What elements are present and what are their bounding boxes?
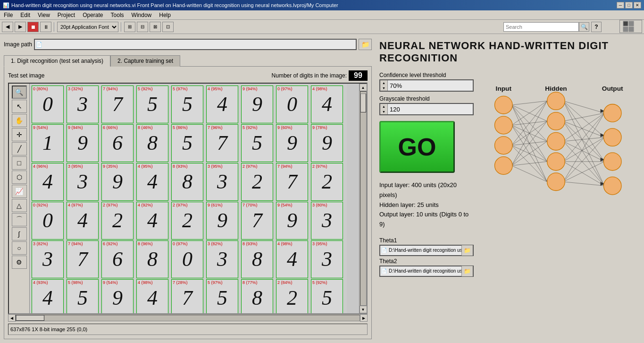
digit-cell: 7 (96%)7 [206,124,238,162]
search-button[interactable]: 🔍 [579,22,589,32]
scroll-up-arrow[interactable]: ▲ [360,84,367,91]
menu-edit[interactable]: Edit [18,11,32,19]
svg-point-55 [547,92,565,110]
svg-line-38 [563,141,604,186]
scroll-thumb[interactable] [360,94,366,112]
svg-point-58 [547,153,565,171]
tab-digit-recognition[interactable]: 1. Digit recognition (test set analysis) [4,55,110,67]
menu-project[interactable]: Project [56,11,77,19]
grayscale-spinner[interactable]: ▲ ▼ [380,104,388,114]
vertical-scrollbar[interactable]: ▲ ▼ [359,84,367,313]
help-button[interactable]: ? [591,22,602,32]
arc-tool[interactable]: ⌒ [12,213,27,226]
digit-cell: 9 (78%)9 [311,124,343,162]
digit-cell: 3 (95%)3 [67,163,99,201]
digit-char: 0 [182,249,192,270]
digit-char: 9 [287,133,297,154]
titlebar-left: 📊 Hand-written digit recognition using n… [3,2,338,9]
svg-line-28 [563,101,604,137]
menu-tools[interactable]: Tools [109,11,126,19]
rect-tool[interactable]: □ [12,156,27,170]
horizontal-scrollbar[interactable]: ◀ ▶ [8,314,368,322]
triangle-tool[interactable]: △ [12,199,27,212]
menu-help[interactable]: Help [157,11,173,19]
zoom-tool[interactable]: 🔍 [12,86,27,99]
confidence-spinner[interactable]: ▲ ▼ [380,80,388,91]
theta1-input-row: 📄 D:\Hand-written digit recognition usin… [379,245,474,256]
scroll-track[interactable] [360,91,367,306]
grayscale-down[interactable]: ▼ [380,109,387,114]
menu-window[interactable]: Window [130,11,154,19]
go-button[interactable]: GO [379,121,455,173]
curve-tool[interactable]: ∫ [12,227,27,240]
h-scroll-track[interactable] [16,315,360,321]
forward-button[interactable]: ▶ [15,22,26,32]
scroll-right-arrow[interactable]: ▶ [360,314,368,322]
digit-cell: 2 (84%)2 [276,279,308,313]
digit-cell: 4 (93%)4 [32,279,64,313]
abort-button[interactable]: ⏹ [27,22,39,32]
h-scroll-thumb[interactable] [16,315,44,321]
digit-cell: 7 (94%)7 [276,163,308,201]
digit-char: 4 [42,288,53,309]
theta1-file-icon: 📄 [380,248,388,253]
digit-label: 9 (61%) [208,203,223,207]
graph-tool[interactable]: 📈 [12,185,27,198]
digit-char: 4 [147,288,158,309]
pause-button[interactable]: ⏸ [40,22,51,32]
digit-char: 4 [42,172,53,192]
search-input[interactable] [503,22,579,32]
digit-char: 5 [217,288,227,309]
crosshair-tool[interactable]: ✛ [12,128,27,141]
digit-label: 4 (98%) [312,86,327,91]
confidence-up[interactable]: ▲ [380,80,387,86]
menu-file[interactable]: File [2,11,15,19]
image-path-folder-button[interactable]: 📁 [359,39,372,50]
svg-point-61 [603,129,621,146]
reorder-button[interactable]: ⊡ [162,22,174,32]
settings-tool[interactable]: ⚙ [12,256,27,269]
font-select[interactable]: 20pt Application Font [57,22,118,32]
digit-cell: 5 (97%)5 [206,279,238,313]
image-tools: 🔍 ↖ ✋ ✛ ╱ □ ⬡ 📈 △ ⌒ ∫ ○ ⚙ [9,84,30,313]
confidence-down[interactable]: ▼ [380,86,387,91]
resize-button[interactable]: ⊠ [150,22,161,32]
scroll-down-arrow[interactable]: ▼ [360,306,367,313]
digit-char: 5 [252,133,262,154]
digit-cell: 3 (32%)3 [67,86,99,123]
digit-char: 4 [147,172,158,192]
theta1-folder-button[interactable]: 📁 [461,245,473,256]
distribute-button[interactable]: ⊟ [137,22,148,32]
theta2-folder-button[interactable]: 📁 [461,266,473,276]
close-button[interactable]: ✕ [634,2,641,9]
digit-cell: 9 (60%)9 [276,124,308,162]
digit-label: 5 (86%) [173,125,188,130]
digit-cell: 8 (93%)8 [241,240,273,278]
digit-cell: 0 (92%)0 [32,202,64,240]
tab-capture-training[interactable]: 2. Capture training set [110,55,180,67]
digit-char: 3 [77,172,88,192]
toolbar: ◀ ▶ ⏹ ⏸ 20pt Application Font ⊞ ⊟ ⊠ ⊡ 🔍 … [0,20,644,34]
svg-point-59 [547,173,565,191]
maximize-button[interactable]: □ [625,2,633,9]
digit-cell: 7 (70%)7 [241,202,273,240]
circle-tool[interactable]: ○ [12,241,27,255]
digit-label: 2 (84%) [277,280,293,285]
menu-view[interactable]: View [36,11,52,19]
confidence-input-row: ▲ ▼ 70% [379,79,474,92]
back-button[interactable]: ◀ [2,22,13,32]
digit-label: 0 (97%) [277,86,293,91]
scroll-left-arrow[interactable]: ◀ [8,314,16,322]
minimize-button[interactable]: ─ [617,2,624,9]
theta-section: Theta1 📄 D:\Hand-written digit recogniti… [379,237,474,277]
digit-cell: 4 (98%)4 [276,240,308,278]
polygon-tool[interactable]: ⬡ [12,171,27,184]
select-tool[interactable]: ↖ [12,100,27,113]
line-tool[interactable]: ╱ [12,142,27,155]
align-button[interactable]: ⊞ [124,22,135,32]
pan-tool[interactable]: ✋ [12,114,27,127]
digit-label: 5 (92%) [243,125,258,130]
grayscale-up[interactable]: ▲ [380,104,387,109]
image-path-input[interactable]: D:\Hand-written digit recognition using … [43,42,356,47]
menu-operate[interactable]: Operate [81,11,105,19]
